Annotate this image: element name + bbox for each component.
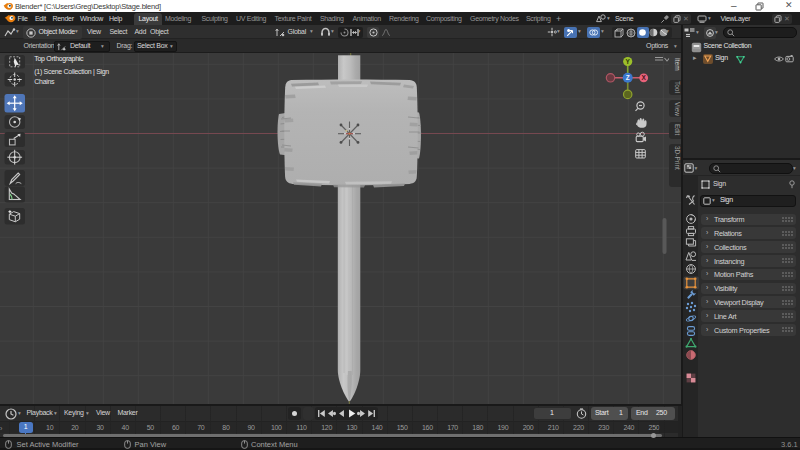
svg-text:Z: Z [626,74,630,81]
svg-text:Y: Y [626,58,631,65]
svg-text:X: X [642,74,647,81]
